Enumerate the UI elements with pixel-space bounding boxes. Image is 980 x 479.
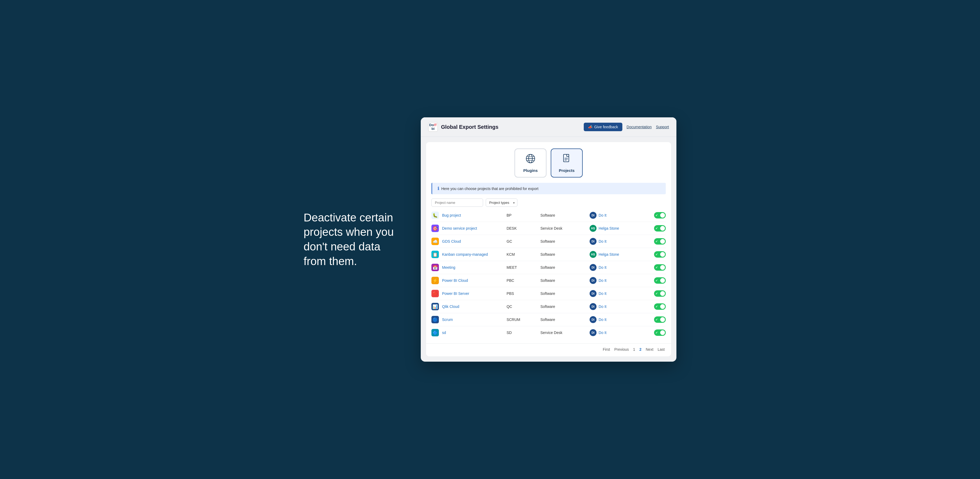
- project-icon: 📋: [431, 251, 439, 258]
- lead-name[interactable]: Do It: [599, 305, 607, 309]
- project-lead: HSHelga Stone: [590, 251, 651, 258]
- card-header: DoIT bi Global Export Settings 📣 Give fe…: [421, 117, 676, 137]
- project-toggle[interactable]: [654, 277, 666, 284]
- project-lead: DIDo It: [590, 238, 651, 245]
- project-lead: DIDo It: [590, 303, 651, 310]
- tab-plugins[interactable]: Plugins: [514, 149, 546, 178]
- lead-name[interactable]: Helga Stone: [599, 226, 619, 230]
- pagination-last[interactable]: Last: [657, 347, 666, 352]
- document-icon: [562, 153, 572, 166]
- project-types-select[interactable]: Project types Software Service Desk: [486, 198, 517, 207]
- lead-avatar: DI: [590, 212, 597, 219]
- project-toggle[interactable]: [654, 316, 666, 323]
- lead-name[interactable]: Do It: [599, 278, 607, 282]
- project-toggle[interactable]: [654, 225, 666, 232]
- give-feedback-button[interactable]: 📣 Give feedback: [584, 123, 622, 131]
- project-toggle[interactable]: [654, 330, 666, 336]
- lead-avatar: DI: [590, 264, 597, 271]
- project-type: Software: [540, 278, 586, 282]
- page-layout: Deactivate certain projects when you don…: [304, 117, 676, 362]
- project-icon: 🔵: [431, 316, 439, 323]
- project-toggle[interactable]: [654, 290, 666, 297]
- table-row: ☁️GDS CloudGCSoftwareDIDo It: [431, 235, 666, 248]
- tab-bar: Plugins Projects: [426, 142, 671, 178]
- project-toggle[interactable]: [654, 212, 666, 219]
- project-name-input[interactable]: [431, 198, 483, 207]
- hero-text: Deactivate certain projects when you don…: [304, 211, 405, 268]
- lead-name[interactable]: Do It: [599, 239, 607, 243]
- lead-avatar: DI: [590, 290, 597, 297]
- project-key: SCRUM: [506, 317, 537, 322]
- project-name[interactable]: Power BI Server: [442, 291, 503, 296]
- header-left: DoIT bi Global Export Settings: [428, 122, 498, 132]
- pagination-next[interactable]: Next: [645, 347, 655, 352]
- project-name[interactable]: Power BI Cloud: [442, 278, 503, 282]
- project-toggle[interactable]: [654, 264, 666, 271]
- lead-avatar: DI: [590, 277, 597, 284]
- logo: DoIT bi: [428, 122, 438, 132]
- table-row: 🔵ScrumSCRUMSoftwareDIDo It: [431, 313, 666, 326]
- project-type: Service Desk: [540, 226, 586, 230]
- project-toggle[interactable]: [654, 251, 666, 258]
- documentation-link[interactable]: Documentation: [627, 125, 652, 129]
- support-link[interactable]: Support: [656, 125, 669, 129]
- project-lead: DIDo It: [590, 329, 651, 336]
- project-lead: DIDo It: [590, 264, 651, 271]
- pagination-previous[interactable]: Previous: [613, 347, 630, 352]
- project-name[interactable]: Demo service project: [442, 226, 503, 230]
- lead-name[interactable]: Helga Stone: [599, 252, 619, 257]
- info-icon: ℹ: [438, 186, 439, 191]
- lead-name[interactable]: Do It: [599, 213, 607, 217]
- project-type: Software: [540, 291, 586, 296]
- lead-name[interactable]: Do It: [599, 317, 607, 322]
- toggle-wrap: [654, 212, 666, 219]
- lead-avatar: DI: [590, 238, 597, 245]
- project-name[interactable]: Qlik Cloud: [442, 305, 503, 309]
- toggle-wrap: [654, 238, 666, 244]
- project-name[interactable]: Meeting: [442, 265, 503, 270]
- project-name[interactable]: Bug project: [442, 213, 503, 217]
- toggle-knob: [660, 226, 665, 231]
- project-name[interactable]: Kanban company-managed: [442, 252, 503, 257]
- lead-name[interactable]: Do It: [599, 291, 607, 296]
- pagination: First Previous 1 2 Next Last: [426, 343, 671, 356]
- project-icon: 🎯: [431, 225, 439, 232]
- project-key: BP: [506, 213, 537, 217]
- project-lead: DIDo It: [590, 290, 651, 297]
- toggle-knob: [660, 239, 665, 244]
- pagination-page1[interactable]: 1: [632, 347, 636, 352]
- toggle-wrap: [654, 303, 666, 310]
- table-row: 📅MeetingMEETSoftwareDIDo It: [431, 261, 666, 274]
- pagination-first[interactable]: First: [601, 347, 611, 352]
- project-name[interactable]: Scrum: [442, 317, 503, 322]
- project-name[interactable]: GDS Cloud: [442, 239, 503, 243]
- toggle-wrap: [654, 290, 666, 297]
- project-lead: DIDo It: [590, 212, 651, 219]
- toggle-wrap: [654, 264, 666, 271]
- project-icon: 📊: [431, 303, 439, 310]
- project-type: Software: [540, 265, 586, 270]
- project-icon: 🔷: [431, 329, 439, 336]
- project-toggle[interactable]: [654, 238, 666, 244]
- table-row: 🐛Bug projectBPSoftwareDIDo It: [431, 209, 666, 222]
- tab-projects-label: Projects: [559, 168, 574, 173]
- toggle-wrap: [654, 251, 666, 258]
- toggle-knob: [660, 252, 665, 257]
- table-row: ⚡Power BI CloudPBCSoftwareDIDo It: [431, 274, 666, 287]
- filters-row: Project types Software Service Desk: [426, 194, 671, 209]
- info-banner-text: Here you can choose projects that are pr…: [441, 187, 538, 191]
- project-list: 🐛Bug projectBPSoftwareDIDo It🎯Demo servi…: [426, 209, 671, 343]
- table-row: 🔷sdSDService DeskDIDo It: [431, 326, 666, 339]
- project-name[interactable]: sd: [442, 330, 503, 335]
- lead-name[interactable]: Do It: [599, 330, 607, 335]
- pagination-page2[interactable]: 2: [638, 347, 643, 352]
- tab-projects[interactable]: Projects: [551, 149, 583, 178]
- toggle-wrap: [654, 330, 666, 336]
- project-key: PBC: [506, 278, 537, 282]
- project-types-select-wrap: Project types Software Service Desk: [486, 198, 517, 207]
- toggle-knob: [660, 265, 665, 270]
- lead-name[interactable]: Do It: [599, 265, 607, 270]
- project-toggle[interactable]: [654, 303, 666, 310]
- project-key: KCM: [506, 252, 537, 257]
- toggle-wrap: [654, 316, 666, 323]
